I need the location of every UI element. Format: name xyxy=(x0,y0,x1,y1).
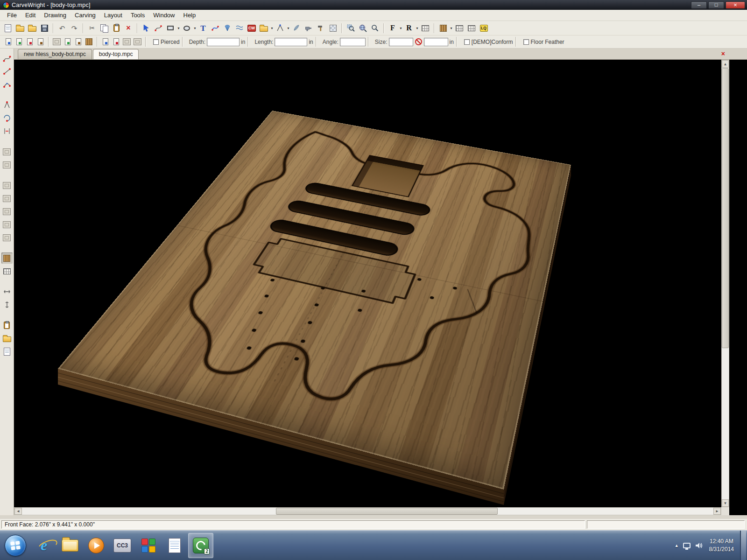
line-segment-button[interactable] xyxy=(1,66,13,77)
taskbar-clock[interactable]: 12:40 AM 8/31/2014 xyxy=(709,538,734,553)
layer-button-2[interactable] xyxy=(111,36,121,47)
length-input[interactable] xyxy=(275,38,307,46)
tray-expand-button[interactable]: ▲ xyxy=(675,543,679,548)
minimize-button[interactable]: – xyxy=(691,1,707,9)
vector-tool-dropdown[interactable]: ▾ xyxy=(286,26,290,30)
zoom-button[interactable] xyxy=(369,22,381,34)
feather-tool-button[interactable] xyxy=(290,22,303,34)
horizontal-scroll-thumb[interactable] xyxy=(276,508,498,515)
network-icon[interactable] xyxy=(683,543,691,548)
board-view-button-1[interactable] xyxy=(3,36,14,47)
zoom-all-button[interactable] xyxy=(357,22,369,34)
layer-button-1[interactable] xyxy=(100,36,111,47)
flatten-region-button[interactable] xyxy=(1,219,13,230)
spline-tool-button[interactable] xyxy=(209,22,221,34)
front-face-dropdown[interactable]: ▾ xyxy=(399,26,403,30)
show-desktop-button[interactable] xyxy=(740,531,746,560)
start-button[interactable] xyxy=(5,535,26,556)
copy-button[interactable] xyxy=(98,22,110,34)
outline-button[interactable] xyxy=(62,36,73,47)
vector-tool-button[interactable] xyxy=(274,22,286,34)
carvewright-taskbar-button[interactable]: 2 xyxy=(188,533,213,558)
app-grid-taskbar-button[interactable] xyxy=(136,533,161,558)
drill-tool-button[interactable] xyxy=(303,22,315,34)
menu-tools[interactable]: Tools xyxy=(127,10,149,20)
explorer-taskbar-button[interactable] xyxy=(57,533,83,558)
emboss-tool-button[interactable] xyxy=(233,22,246,34)
depth-input[interactable] xyxy=(207,38,240,46)
board-top-button[interactable] xyxy=(1,146,13,157)
menu-layout[interactable]: Layout xyxy=(100,10,127,20)
layer-button-3[interactable] xyxy=(121,36,132,47)
rear-face-button[interactable]: R xyxy=(403,22,415,34)
menu-help[interactable]: Help xyxy=(179,10,200,20)
aspect-lock-icon[interactable] xyxy=(415,38,422,45)
menu-edit[interactable]: Edit xyxy=(21,10,40,20)
notepad-taskbar-button[interactable] xyxy=(162,533,187,558)
board-view-button-4[interactable] xyxy=(35,36,46,47)
move-up-tool-button[interactable] xyxy=(1,99,13,111)
tab-body-top[interactable]: body-top.mpc xyxy=(93,49,139,59)
maximize-button[interactable]: □ xyxy=(708,1,724,9)
select-tool-button[interactable] xyxy=(140,22,152,34)
notes-panel-button[interactable] xyxy=(1,346,13,357)
flip-vertical-button[interactable] xyxy=(1,299,13,310)
redo-button[interactable]: ↷ xyxy=(68,22,80,34)
angle-input[interactable] xyxy=(340,38,366,46)
node-edit-tool-button[interactable] xyxy=(152,22,164,34)
scroll-right-button[interactable]: ► xyxy=(713,508,721,515)
grid-toggle-button[interactable] xyxy=(453,22,465,34)
wireframe-view-button[interactable] xyxy=(1,266,13,277)
flip-horizontal-button[interactable] xyxy=(1,286,13,297)
scroll-left-button[interactable]: ◄ xyxy=(14,508,22,515)
board-view-button-2[interactable] xyxy=(14,36,24,47)
pattern-library-dropdown[interactable]: ▾ xyxy=(270,26,274,30)
horizontal-scrollbar[interactable]: ◄ ► xyxy=(14,507,721,515)
bit-select-button[interactable] xyxy=(73,36,84,47)
snap-grid-button[interactable] xyxy=(465,22,478,34)
cut-button[interactable]: ✂ xyxy=(86,22,98,34)
tab-body-bot[interactable]: new hless_body-bot.mpc xyxy=(18,49,92,59)
floor-feather-checkbox[interactable] xyxy=(523,39,529,45)
size-width-input[interactable] xyxy=(389,38,413,46)
library-panel-button[interactable] xyxy=(1,333,13,344)
conform-checkbox[interactable] xyxy=(464,39,470,45)
paste-button[interactable] xyxy=(110,22,122,34)
open-button[interactable] xyxy=(14,22,26,34)
board-view-button-3[interactable] xyxy=(24,36,35,47)
new-file-button[interactable] xyxy=(2,22,14,34)
texture-tool-button[interactable] xyxy=(327,22,339,34)
vertical-scroll-thumb[interactable] xyxy=(722,68,729,348)
layer-button-4[interactable] xyxy=(132,36,143,47)
material-button[interactable] xyxy=(84,36,94,47)
rear-face-dropdown[interactable]: ▾ xyxy=(415,26,419,30)
smooth-region-button[interactable] xyxy=(1,206,13,217)
chisel-tool-button[interactable] xyxy=(315,22,327,34)
close-document-icon[interactable]: × xyxy=(721,50,725,57)
wood-grain-button[interactable] xyxy=(437,22,449,34)
media-player-taskbar-button[interactable] xyxy=(84,533,109,558)
menu-file[interactable]: File xyxy=(3,10,21,20)
shell-pattern-button[interactable] xyxy=(221,22,233,34)
lq-quality-button[interactable]: LQ xyxy=(478,22,490,34)
menu-carving[interactable]: Carving xyxy=(70,10,100,20)
front-face-button[interactable]: F xyxy=(387,22,399,34)
import-button[interactable] xyxy=(26,22,38,34)
save-button[interactable] xyxy=(38,22,50,34)
cw-pattern-store-button[interactable]: CW xyxy=(246,22,258,34)
carve-region-button[interactable] xyxy=(51,36,62,47)
rectangle-tool-dropdown[interactable]: ▾ xyxy=(176,26,181,30)
design-viewport[interactable] xyxy=(14,60,747,507)
board-bottom-button[interactable] xyxy=(1,159,13,170)
ellipse-tool-button[interactable] xyxy=(181,22,193,34)
vertical-scrollbar[interactable]: ▲ ▼ xyxy=(721,60,729,507)
undo-button[interactable]: ↶ xyxy=(56,22,68,34)
merge-region-button[interactable] xyxy=(1,232,13,243)
rectangle-tool-button[interactable] xyxy=(164,22,176,34)
ie-taskbar-button[interactable]: e xyxy=(31,533,56,558)
board-settings-button[interactable] xyxy=(419,22,431,34)
close-button[interactable]: × xyxy=(726,1,745,9)
size-height-input[interactable] xyxy=(424,38,448,46)
scroll-up-button[interactable]: ▲ xyxy=(722,60,729,68)
pattern-place-button[interactable] xyxy=(1,53,13,64)
